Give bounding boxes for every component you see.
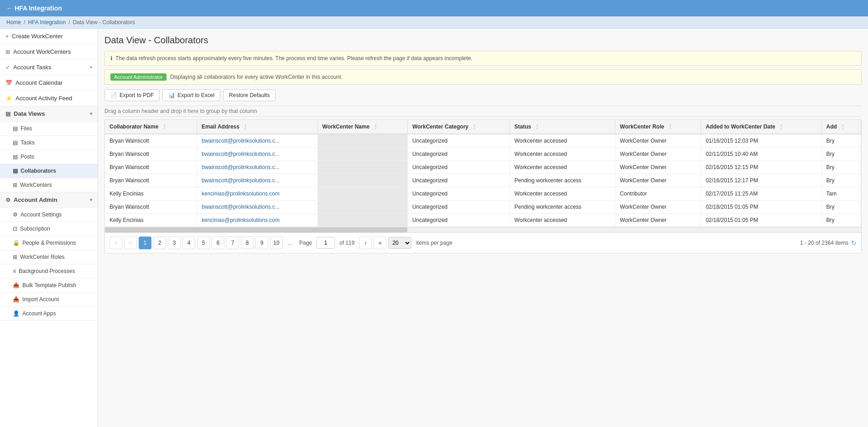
restore-defaults-button[interactable]: Restore Defaults [223, 89, 275, 101]
task-icon: ▤ [13, 139, 18, 146]
sidebar-item-people-permissions[interactable]: 🔒 People & Permissions [0, 236, 98, 250]
back-arrow-icon[interactable]: ← [6, 5, 13, 12]
pagination-prev-button[interactable]: ‹ [124, 237, 137, 249]
col-header-status: Status ⋮ [509, 120, 615, 134]
admin-banner-text: Displaying all collaborators for every a… [170, 74, 343, 80]
sidebar-item-label: Create WorkCenter [12, 33, 63, 40]
sidebar-item-files[interactable]: ▤ Files [0, 122, 98, 136]
sidebar-item-account-activity-feed[interactable]: ⚡ Account Activity Feed [0, 91, 98, 106]
col-header-role: WorkCenter Role ⋮ [615, 120, 701, 134]
col-menu-icon[interactable]: ⋮ [840, 124, 845, 129]
items-per-page-select[interactable]: 20 50 100 [388, 237, 411, 249]
pagination-page-1[interactable]: 1 [139, 237, 151, 249]
horizontal-scrollbar[interactable] [105, 227, 861, 232]
col-menu-icon[interactable]: ⋮ [668, 124, 673, 129]
table-icon: ▤ [5, 111, 10, 117]
col-menu-icon[interactable]: ⋮ [373, 124, 378, 129]
cell-category: Uncategorized [407, 174, 509, 187]
col-menu-icon[interactable]: ⋮ [779, 124, 784, 129]
info-banner-text: The data refresh process starts approxim… [115, 55, 473, 62]
admin-badge: Account Administrator [110, 73, 166, 81]
table-row: Bryan Wainscott bwainscott@prolinksoluti… [105, 201, 861, 214]
pagination-page-5[interactable]: 5 [197, 237, 210, 249]
breadcrumb-hfa[interactable]: HFA Integration [28, 19, 66, 26]
sidebar-item-bulk-template-publish[interactable]: 📤 Bulk Template Publish [0, 278, 98, 293]
sidebar-item-workcenters[interactable]: ⊞ WorkCenters [0, 178, 98, 192]
sidebar-item-import-account[interactable]: 📥 Import Account [0, 293, 98, 307]
page-number-input[interactable] [317, 237, 335, 249]
table-header-row: Collaborator Name ⋮ Email Address ⋮ Work… [105, 120, 861, 134]
cell-added-date: 02/18/2015 01:05 PM [701, 214, 821, 227]
cell-role: WorkCenter Owner [615, 148, 701, 161]
cell-role: WorkCenter Owner [615, 161, 701, 174]
col-header-workcenter: WorkCenter Name ⋮ [317, 120, 407, 134]
col-menu-icon[interactable]: ⋮ [162, 124, 167, 129]
pdf-icon: 📄 [110, 92, 117, 98]
calendar-icon: 📅 [5, 80, 12, 86]
pagination-page-8[interactable]: 8 [241, 237, 254, 249]
sidebar-item-account-tasks[interactable]: ✓ Account Tasks ▾ [0, 60, 98, 75]
cell-email: bwainscott@prolinksolutions.c... [197, 161, 318, 174]
pagination-page-3[interactable]: 3 [168, 237, 181, 249]
table-row: Bryan Wainscott bwainscott@prolinksoluti… [105, 161, 861, 174]
cell-status: Workcenter accessed [509, 214, 615, 227]
table-row: Bryan Wainscott bwainscott@prolinksoluti… [105, 134, 861, 148]
table-row: Bryan Wainscott bwainscott@prolinksoluti… [105, 174, 861, 187]
sidebar-item-collaborators[interactable]: ▤ Collaborators [0, 164, 98, 178]
file-icon: ▤ [13, 125, 18, 132]
pagination-page-6[interactable]: 6 [212, 237, 224, 249]
cell-email: kencinias@prolinksolutions.com [197, 187, 318, 201]
sidebar-sub-label: Posts [21, 154, 34, 160]
sidebar-item-background-processes[interactable]: ≡ Background Processes [0, 264, 98, 278]
toolbar: 📄 Export to PDF 📊 Export to Excel Restor… [104, 89, 862, 101]
sidebar-item-tasks[interactable]: ▤ Tasks [0, 136, 98, 150]
breadcrumb-home[interactable]: Home [6, 19, 21, 26]
sidebar-item-subscription[interactable]: ⊡ Subscription [0, 222, 98, 236]
pagination-page-2[interactable]: 2 [153, 237, 166, 249]
sidebar-item-account-calendar[interactable]: 📅 Account Calendar [0, 75, 98, 91]
main-content: Data View - Collaborators ℹ The data ref… [98, 29, 868, 427]
cell-category: Uncategorized [407, 214, 509, 227]
sidebar-section-data-views[interactable]: ▤ Data Views ▾ [0, 106, 98, 122]
cell-category: Uncategorized [407, 161, 509, 174]
cell-workcenter [317, 174, 407, 187]
cell-name: Bryan Wainscott [105, 161, 197, 174]
pagination-first-button[interactable]: « [109, 237, 122, 249]
pagination-page-4[interactable]: 4 [182, 237, 195, 249]
collaborators-icon: ▤ [13, 168, 18, 174]
export-excel-button[interactable]: 📊 Export to Excel [162, 89, 220, 101]
page-title: Data View - Collaborators [104, 35, 862, 46]
sidebar-item-label: Account Activity Feed [16, 95, 72, 102]
sidebar-item-account-settings[interactable]: ⚙ Account Settings [0, 208, 98, 222]
cell-role: WorkCenter Owner [615, 201, 701, 214]
refresh-icon[interactable]: ↻ [851, 239, 857, 247]
pagination-next-button[interactable]: › [359, 237, 372, 249]
breadcrumb-current: Data View - Collaborators [73, 19, 135, 26]
export-pdf-button[interactable]: 📄 Export to PDF [104, 89, 160, 101]
pagination-bar: « ‹ 1 2 3 4 5 6 7 8 9 10 ... Page of 119… [104, 233, 862, 253]
sidebar-item-posts[interactable]: ▤ Posts [0, 150, 98, 164]
sidebar-item-create-workcenter[interactable]: + Create WorkCenter [0, 29, 98, 44]
col-menu-icon[interactable]: ⋮ [472, 124, 477, 129]
cell-added-date: 02/18/2015 01:05 PM [701, 201, 821, 214]
sidebar-sub-label: Subscription [20, 226, 50, 232]
sidebar-item-account-workcenters[interactable]: ⊞ Account WorkCenters [0, 44, 98, 60]
sidebar-item-label: Account Calendar [16, 79, 62, 86]
sidebar-item-account-apps[interactable]: 👤 Account Apps [0, 307, 98, 321]
excel-icon: 📊 [168, 92, 175, 98]
col-menu-icon[interactable]: ⋮ [535, 124, 540, 129]
sidebar-item-workcenter-roles[interactable]: ⊞ WorkCenter Roles [0, 250, 98, 264]
cell-added-date: 02/11/2015 10:40 AM [701, 148, 821, 161]
breadcrumb-sep2: / [68, 19, 70, 26]
sidebar-sub-label: Bulk Template Publish [22, 282, 76, 288]
roles-icon: ⊞ [13, 254, 17, 260]
pagination-last-button[interactable]: » [374, 237, 386, 249]
sidebar-sub-label: Tasks [21, 139, 35, 146]
pagination-page-9[interactable]: 9 [255, 237, 268, 249]
sidebar-section-account-admin[interactable]: ⚙ Account Admin ▾ [0, 192, 98, 208]
pagination-page-10[interactable]: 10 [270, 237, 283, 249]
pagination-page-7[interactable]: 7 [226, 237, 239, 249]
col-menu-icon[interactable]: ⋮ [243, 124, 248, 129]
info-banner: ℹ The data refresh process starts approx… [104, 51, 862, 66]
cell-status: Workcenter accessed [509, 134, 615, 148]
